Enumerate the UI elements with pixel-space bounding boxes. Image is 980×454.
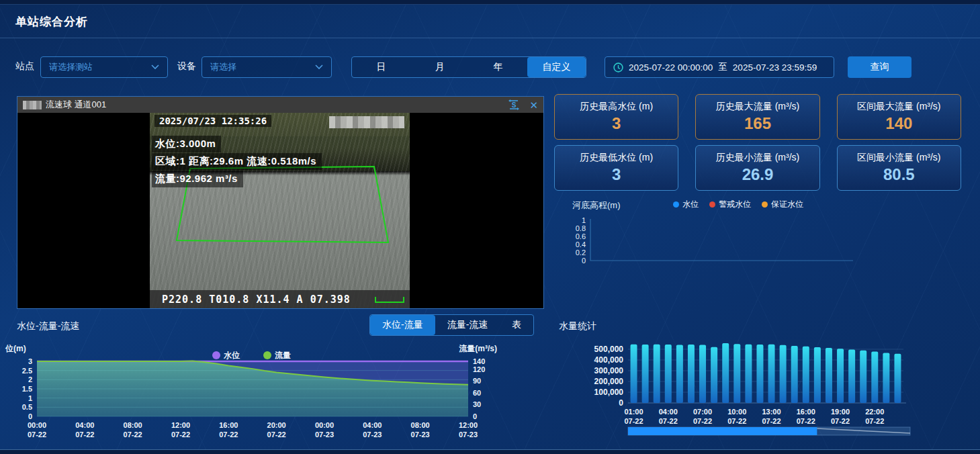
query-button[interactable]: 查询 xyxy=(848,56,911,78)
volume-bar xyxy=(699,345,706,403)
date-separator: 至 xyxy=(718,61,727,73)
svg-text:3: 3 xyxy=(28,357,32,365)
period-option-年[interactable]: 年 xyxy=(469,57,527,77)
svg-text:0: 0 xyxy=(28,412,32,420)
volume-bar xyxy=(860,351,866,403)
svg-text:140: 140 xyxy=(473,357,485,365)
svg-text:04:00: 04:00 xyxy=(363,421,382,429)
stage-flow-section-title: 水位-流量-流速 xyxy=(17,320,79,332)
volume-bar xyxy=(768,345,775,403)
volume-bar xyxy=(871,352,878,403)
chevron-down-icon xyxy=(315,64,323,70)
tab-流量-流速[interactable]: 流量-流速 xyxy=(435,315,500,335)
stage-flow-tabs: 水位-流量流量-流速表 xyxy=(369,314,534,336)
station-placeholder: 请选择测站 xyxy=(49,61,146,73)
svg-text:流量(m³/s): 流量(m³/s) xyxy=(459,344,497,353)
volume-bar xyxy=(756,345,763,403)
date-range-field[interactable]: 2025-07-22 00:00:00 至 2025-07-23 23:59:5… xyxy=(605,56,834,78)
redacted-station-name xyxy=(23,101,42,109)
svg-text:30: 30 xyxy=(473,400,481,408)
period-option-月[interactable]: 月 xyxy=(410,57,469,77)
stat-card-value: 80.5 xyxy=(838,165,961,184)
osd-measurement-line: 流量:92.962 m³/s xyxy=(152,171,243,187)
svg-text:1: 1 xyxy=(582,216,586,224)
top-strip xyxy=(0,0,980,5)
stat-card: 历史最高水位 (m)3 xyxy=(554,94,678,140)
volume-bar xyxy=(814,347,821,403)
svg-text:07-23: 07-23 xyxy=(411,430,430,439)
video-body: 2025/07/23 12:35:26 水位:3.000m区域:1 距离:29.… xyxy=(17,113,543,308)
stat-card-label: 历史最大流量 (m³/s) xyxy=(696,101,819,113)
svg-text:流量: 流量 xyxy=(275,351,291,360)
svg-text:07-22: 07-22 xyxy=(797,417,815,425)
svg-text:500,000: 500,000 xyxy=(594,345,624,354)
period-option-日[interactable]: 日 xyxy=(352,57,410,77)
stat-card: 区间最小流量 (m³/s)80.5 xyxy=(837,145,961,191)
svg-text:100,000: 100,000 xyxy=(594,388,624,397)
tab-表[interactable]: 表 xyxy=(500,315,533,335)
stat-card: 历史最大流量 (m³/s)165 xyxy=(695,94,819,140)
svg-text:0.5: 0.5 xyxy=(22,403,32,411)
stat-card-label: 区间最小流量 (m³/s) xyxy=(838,152,961,164)
riverbed-chart: 10.80.60.40.20 xyxy=(551,193,980,282)
stat-card-value: 3 xyxy=(555,165,678,184)
svg-text:300,000: 300,000 xyxy=(594,366,624,375)
svg-text:60: 60 xyxy=(473,389,481,397)
chevron-down-icon xyxy=(151,64,159,70)
svg-text:07-23: 07-23 xyxy=(363,430,382,439)
header-divider xyxy=(0,38,980,38)
volume-bar xyxy=(688,345,695,403)
svg-text:2: 2 xyxy=(28,375,32,383)
stat-card-label: 历史最低水位 (m) xyxy=(555,152,678,164)
period-segmented-control: 日月年自定义 xyxy=(351,56,586,78)
volume-bar xyxy=(654,345,660,403)
svg-text:22:00: 22:00 xyxy=(865,408,884,416)
video-title: 流速球 通道001 xyxy=(46,99,106,111)
volume-bar xyxy=(745,345,752,403)
video-frame: 2025/07/23 12:35:26 水位:3.000m区域:1 距离:29.… xyxy=(150,113,410,308)
svg-text:16:00: 16:00 xyxy=(219,421,238,429)
tab-水位-流量[interactable]: 水位-流量 xyxy=(370,315,435,335)
video-timestamp: 2025/07/23 12:35:26 xyxy=(154,115,271,127)
svg-text:07-22: 07-22 xyxy=(267,430,286,439)
svg-text:0: 0 xyxy=(619,398,623,408)
svg-text:0: 0 xyxy=(473,412,477,420)
svg-text:07-22: 07-22 xyxy=(831,417,850,425)
stat-card-label: 历史最高水位 (m) xyxy=(555,101,678,113)
svg-text:07-22: 07-22 xyxy=(75,430,94,439)
stat-card: 区间最大流量 (m³/s)140 xyxy=(837,94,961,140)
svg-text:0.4: 0.4 xyxy=(576,240,586,248)
svg-text:01:00: 01:00 xyxy=(624,408,643,416)
stat-card: 历史最低水位 (m)3 xyxy=(554,145,678,191)
volume-bar xyxy=(826,348,832,403)
svg-text:07:00: 07:00 xyxy=(693,408,712,416)
stream-speed-icon[interactable]: S xyxy=(508,99,520,110)
volume-bar xyxy=(676,345,683,403)
close-icon[interactable]: ✕ xyxy=(529,100,538,110)
volume-chart: 500,000400,000300,000200,000100,000001:0… xyxy=(551,328,980,454)
date-end: 2025-07-23 23:59:59 xyxy=(733,62,817,73)
svg-text:120: 120 xyxy=(473,365,485,373)
svg-text:07-22: 07-22 xyxy=(762,417,781,425)
stat-card-value: 140 xyxy=(838,114,961,133)
svg-text:16:00: 16:00 xyxy=(797,408,815,416)
watermark-redacted xyxy=(329,116,404,128)
period-option-自定义[interactable]: 自定义 xyxy=(527,57,586,77)
svg-text:S: S xyxy=(512,101,517,109)
osd-measurement-line: 水位:3.000m xyxy=(152,136,221,152)
svg-text:2.5: 2.5 xyxy=(22,367,32,375)
svg-text:90: 90 xyxy=(473,377,481,385)
volume-bar xyxy=(803,347,809,403)
volume-bar xyxy=(733,344,740,403)
datazoom-selected[interactable] xyxy=(628,427,817,435)
date-start: 2025-07-22 00:00:00 xyxy=(629,62,713,73)
video-titlebar: 流速球 通道001 S ✕ xyxy=(17,97,543,113)
svg-text:12:00: 12:00 xyxy=(171,421,190,429)
osd-measurement-line: 区域:1 距离:29.6m 流速:0.518m/s xyxy=(152,153,322,170)
scale-bracket-icon xyxy=(375,296,404,304)
device-select[interactable]: 请选择 xyxy=(202,56,332,78)
svg-text:00:00: 00:00 xyxy=(28,421,46,429)
svg-text:19:00: 19:00 xyxy=(831,408,850,416)
station-select[interactable]: 请选择测站 xyxy=(40,56,168,78)
svg-text:07-22: 07-22 xyxy=(624,417,643,425)
